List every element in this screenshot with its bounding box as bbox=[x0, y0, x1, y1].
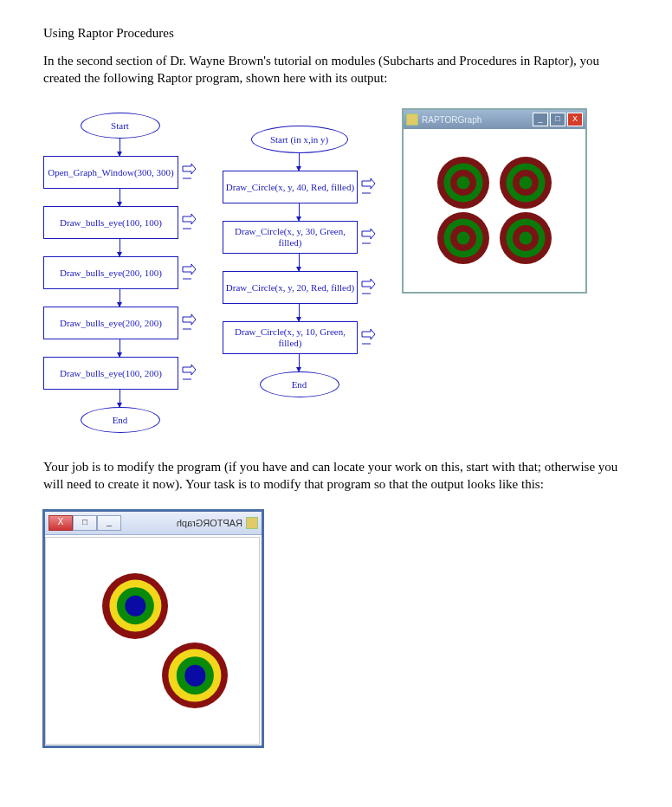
call-arrow-icon bbox=[181, 263, 197, 282]
connector bbox=[299, 354, 300, 371]
window-buttons: _ □ X bbox=[533, 113, 583, 126]
window-titlebar: RAPTORGraph _ □ X bbox=[45, 512, 262, 535]
flowchart-procedure: Start (in x,in y) Draw_Circle(x, y, 40, … bbox=[223, 126, 376, 397]
connector bbox=[299, 203, 300, 221]
ring bbox=[519, 177, 532, 190]
close-button[interactable]: X bbox=[567, 113, 583, 126]
process-step: Draw_Circle(x, y, 20, Red, filled) bbox=[223, 271, 358, 304]
call-arrow-icon bbox=[181, 313, 197, 332]
process-step: Draw_bulls_eye(100, 100) bbox=[43, 206, 178, 239]
flowchart-main: Start Open_Graph_Window(300, 300) Draw_b… bbox=[43, 113, 197, 433]
connector bbox=[299, 153, 300, 171]
app-icon bbox=[246, 517, 258, 529]
start-terminator: Start (in x,in y) bbox=[251, 126, 348, 153]
task-text: Your job is to modify the program (if yo… bbox=[43, 459, 629, 493]
ring bbox=[457, 231, 470, 244]
process-step: Draw_Circle(x, y, 30, Green, filled) bbox=[223, 221, 358, 254]
window-title-text: RAPTORGraph bbox=[177, 518, 242, 528]
connector bbox=[299, 254, 300, 271]
process-step: Draw_Circle(x, y, 40, Red, filled) bbox=[223, 171, 358, 203]
app-icon bbox=[406, 113, 418, 126]
connector bbox=[120, 289, 120, 307]
call-arrow-icon bbox=[360, 228, 376, 247]
process-step: Draw_bulls_eye(200, 200) bbox=[43, 307, 178, 339]
ring bbox=[184, 665, 206, 687]
close-button[interactable]: X bbox=[48, 515, 73, 531]
connector bbox=[120, 239, 120, 256]
process-step: Draw_bulls_eye(200, 100) bbox=[43, 256, 178, 289]
start-terminator: Start bbox=[81, 113, 160, 139]
process-step: Draw_Circle(x, y, 10, Green, filled) bbox=[223, 321, 358, 354]
process-step: Draw_bulls_eye(100, 200) bbox=[43, 357, 178, 390]
maximize-button[interactable]: □ bbox=[73, 515, 97, 531]
window-titlebar: RAPTORGraph _ □ X bbox=[404, 110, 585, 129]
call-arrow-icon bbox=[181, 213, 197, 232]
end-terminator: End bbox=[260, 371, 339, 397]
page-title: Using Raptor Procedures bbox=[43, 26, 629, 41]
window-buttons: _ □ X bbox=[48, 515, 121, 531]
call-arrow-icon bbox=[360, 328, 376, 347]
ring bbox=[519, 231, 532, 244]
call-arrow-icon bbox=[181, 163, 197, 182]
ring bbox=[125, 595, 146, 617]
connector bbox=[120, 339, 120, 357]
output-window-1: RAPTORGraph _ □ X bbox=[402, 108, 587, 294]
ring bbox=[457, 177, 470, 190]
call-arrow-icon bbox=[360, 278, 376, 297]
maximize-button[interactable]: □ bbox=[550, 113, 565, 126]
window-title-text: RAPTORGraph bbox=[422, 115, 481, 125]
intro-text: In the second section of Dr. Wayne Brown… bbox=[43, 53, 629, 87]
connector bbox=[120, 139, 120, 156]
call-arrow-icon bbox=[181, 364, 197, 383]
graphics-canvas bbox=[404, 129, 585, 292]
connector bbox=[299, 304, 300, 321]
connector bbox=[120, 390, 120, 407]
call-arrow-icon bbox=[360, 178, 376, 197]
graphics-canvas bbox=[45, 537, 260, 745]
end-terminator: End bbox=[81, 407, 160, 433]
figures-row: Start Open_Graph_Window(300, 300) Draw_b… bbox=[43, 104, 629, 433]
process-step: Open_Graph_Window(300, 300) bbox=[43, 156, 178, 189]
minimize-button[interactable]: _ bbox=[97, 515, 121, 531]
output-window-2: RAPTORGraph _ □ X bbox=[43, 510, 263, 747]
connector bbox=[120, 189, 120, 206]
output-window-2-wrap: RAPTORGraph _ □ X bbox=[43, 510, 629, 747]
minimize-button[interactable]: _ bbox=[533, 113, 548, 126]
